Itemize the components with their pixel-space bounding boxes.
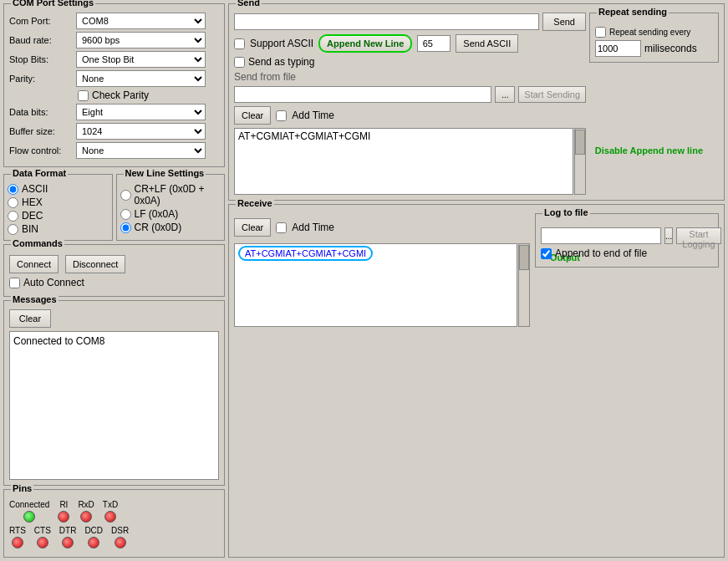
send-from-file-label: Send from file [234,71,296,83]
receive-add-time-checkbox[interactable] [276,222,287,233]
repeat-sending-checkbox[interactable] [595,27,606,38]
ascii-radio[interactable] [8,184,18,195]
data-format-title: Data Format [11,168,68,178]
send-input[interactable]: AT+CGMI [234,13,539,30]
disconnect-button[interactable]: Disconnect [65,255,125,273]
add-time-checkbox[interactable] [276,110,287,121]
append-to-end-label: Append to end of file [555,247,647,259]
led-ri [58,511,69,523]
bin-radio[interactable] [8,224,18,235]
miliseconds-label: miliseconds [644,43,697,54]
pin-dsr: DSR [111,526,129,548]
baud-rate-select[interactable]: 9600 bps [76,32,206,48]
send-title: Send [236,0,262,8]
parity-select[interactable]: None [76,70,206,87]
send-button[interactable]: Send [542,13,586,31]
messages-content: Connected to COM8 [9,331,219,480]
log-file-path-input[interactable] [541,227,661,244]
send-as-typing-checkbox[interactable] [234,57,245,68]
auto-connect-checkbox[interactable] [9,278,20,288]
dec-radio[interactable] [8,211,18,222]
data-format-box: Data Format ASCII HEX DEC [3,174,113,241]
receive-clear-button[interactable]: Clear [234,218,271,237]
new-line-settings-title: New Line Settings [124,168,206,178]
receive-scrollbar[interactable] [518,243,530,327]
send-output-text: AT+CGMIAT+CGMIAT+CGMI [238,130,370,142]
receive-title: Receive [236,198,274,208]
pin-rts: RTS [9,526,26,548]
messages-text: Connected to COM8 [13,335,104,347]
com-port-label: Com Port: [9,16,76,26]
messages-box: Messages Clear Connected to COM8 [3,300,225,486]
led-dsr [115,537,126,548]
ascii-label: ASCII [22,183,48,195]
send-box: Send AT+CGMI Send Support ASCII Append N… [228,3,725,201]
new-line-settings-box: New Line Settings CR+LF (0x0D + 0x0A) LF… [116,174,226,241]
com-port-settings: COM Port Settings Com Port: COM8 Baud ra… [3,3,225,167]
parity-label: Parity: [9,74,76,84]
repeat-sending-title: Repeat sending [597,7,669,17]
pins-title: Pins [11,483,33,493]
check-parity-checkbox[interactable] [78,90,89,101]
bin-label: BIN [22,223,38,235]
log-to-file-title: Log to file [542,207,590,217]
led-dcd [88,537,99,548]
log-file-browse-button[interactable]: ... [664,227,673,244]
commands-box: Commands Connect Disconnect Auto Connect [3,244,225,297]
send-clear-button[interactable]: Clear [234,106,271,125]
crlf-label: CR+LF (0x0D + 0x0A) [135,183,221,207]
start-logging-button[interactable]: Start Logging [676,227,720,244]
messages-clear-button[interactable]: Clear [9,309,51,328]
receive-add-time-label: Add Time [292,222,334,233]
pin-txd: TxD [103,500,118,523]
flow-control-select[interactable]: None [76,142,206,159]
dec-label: DEC [22,210,43,222]
file-browse-button[interactable]: ... [495,86,515,103]
send-scrollbar[interactable] [574,128,586,195]
hex-label: HEX [22,196,43,208]
led-rxd [80,511,92,523]
led-rts [12,537,23,548]
com-port-select[interactable]: COM8 [76,13,206,29]
auto-connect-label: Auto Connect [23,277,84,288]
messages-title: Messages [11,294,59,304]
led-cts [37,537,48,548]
send-output-area: AT+CGMIAT+CGMIAT+CGMI [234,128,573,195]
cr-radio[interactable] [120,222,131,233]
file-path-input[interactable] [234,86,491,103]
ascii-value-input[interactable] [417,35,451,52]
support-ascii-checkbox[interactable] [234,38,245,49]
com-port-settings-title: COM Port Settings [11,0,95,8]
crlf-radio[interactable] [120,190,131,201]
buffer-size-select[interactable]: 1024 [76,123,206,140]
stop-bits-label: Stop Bits: [9,54,76,64]
receive-box: Receive Clear Add Time AT+CGMIAT+CGMIAT+… [228,204,725,558]
disable-annotation: Disable Append new line [595,145,703,156]
append-to-end-checkbox[interactable] [541,248,552,259]
hex-radio[interactable] [8,197,18,208]
start-sending-button[interactable]: Start Sending [518,86,586,103]
buffer-size-label: Buffer size: [9,126,76,136]
repeat-sending-box: Repeat sending Repeat sending every 1000… [589,13,719,63]
lf-label: LF (0x0A) [135,208,179,220]
pins-box: Pins Connected RI RxD TxD [3,489,225,558]
stop-bits-select[interactable]: One Stop Bit [76,51,206,68]
led-dtr [62,537,74,548]
interval-input[interactable]: 1000 [595,40,641,57]
support-ascii-label: Support ASCII [250,38,313,49]
pin-rxd: RxD [78,500,94,523]
append-new-line-button[interactable]: Append New Line [318,34,412,53]
cr-label: CR (0x0D) [135,222,182,233]
data-bits-select[interactable]: Eight [76,104,206,120]
led-connected [23,511,35,523]
check-parity-label: Check Parity [92,89,149,101]
repeat-sending-label: Repeat sending every [609,28,690,37]
pin-ri: RI [58,500,69,523]
send-ascii-button[interactable]: Send ASCII [456,34,518,53]
send-as-typing-label: Send as typing [248,56,314,68]
connect-button[interactable]: Connect [9,255,59,273]
lf-radio[interactable] [120,209,131,220]
receive-output-text: AT+CGMIAT+CGMIAT+CGMI [238,246,373,261]
flow-control-label: Flow control: [9,145,76,156]
log-to-file-box: Log to file ... Start Logging Append to … [535,213,719,268]
